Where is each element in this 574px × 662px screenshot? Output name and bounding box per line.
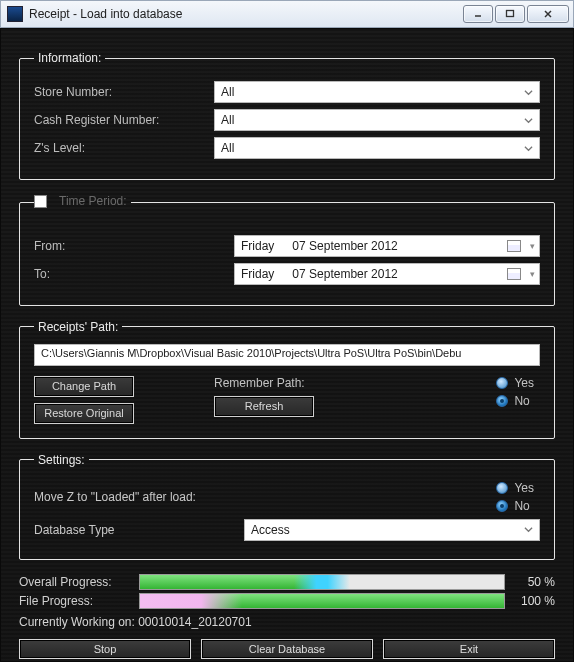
clear-database-button[interactable]: Clear Database xyxy=(201,639,373,659)
radio-icon xyxy=(496,500,508,512)
footer-buttons: Stop Clear Database Exit xyxy=(19,639,555,659)
radio-icon xyxy=(496,395,508,407)
radio-icon xyxy=(496,482,508,494)
from-label: From: xyxy=(34,239,234,253)
file-progress-percent: 100 % xyxy=(513,594,555,608)
move-z-label: Move Z to "Loaded" after load: xyxy=(34,490,244,504)
remember-path-yes[interactable]: Yes xyxy=(496,376,534,390)
exit-button[interactable]: Exit xyxy=(383,639,555,659)
to-day: Friday xyxy=(241,267,274,281)
z-level-combo[interactable]: All xyxy=(214,137,540,159)
file-progress-bar xyxy=(139,593,505,609)
change-path-button[interactable]: Change Path xyxy=(34,376,134,397)
titlebar[interactable]: Receipt - Load into database xyxy=(0,0,574,28)
chevron-down-icon xyxy=(521,113,535,127)
cash-register-label: Cash Register Number: xyxy=(34,113,214,127)
yes-label: Yes xyxy=(514,376,534,390)
chevron-down-icon xyxy=(521,85,535,99)
currently-working-on: Currently Working on: 00010014_20120701 xyxy=(19,615,555,629)
to-label: To: xyxy=(34,267,234,281)
maximize-button[interactable] xyxy=(495,5,525,23)
from-date: 07 September 2012 xyxy=(292,239,397,253)
refresh-button[interactable]: Refresh xyxy=(214,396,314,417)
no-label: No xyxy=(514,499,529,513)
close-button[interactable] xyxy=(527,5,569,23)
client-area: Information: Store Number: All Cash Regi… xyxy=(0,28,574,662)
z-level-value: All xyxy=(221,141,234,155)
store-number-label: Store Number: xyxy=(34,85,214,99)
time-period-legend: Time Period: xyxy=(55,194,131,208)
stop-button[interactable]: Stop xyxy=(19,639,191,659)
receipts-path-legend: Receipts' Path: xyxy=(34,320,122,334)
overall-progress-label: Overall Progress: xyxy=(19,575,131,589)
move-z-yes[interactable]: Yes xyxy=(496,481,534,495)
overall-progress-percent: 50 % xyxy=(513,575,555,589)
file-progress-label: File Progress: xyxy=(19,594,131,608)
database-type-label: Database Type xyxy=(34,523,244,537)
from-day: Friday xyxy=(241,239,274,253)
remember-path-no[interactable]: No xyxy=(496,394,534,408)
minimize-button[interactable] xyxy=(463,5,493,23)
overall-progress-bar xyxy=(139,574,505,590)
window-title: Receipt - Load into database xyxy=(29,7,457,21)
cash-register-combo[interactable]: All xyxy=(214,109,540,131)
restore-original-button[interactable]: Restore Original xyxy=(34,403,134,424)
chevron-down-icon xyxy=(521,523,535,537)
chevron-down-icon: ▾ xyxy=(530,241,535,251)
database-type-value: Access xyxy=(251,523,290,537)
store-number-combo[interactable]: All xyxy=(214,81,540,103)
remember-path-label: Remember Path: xyxy=(214,376,314,390)
z-level-label: Z's Level: xyxy=(34,141,214,155)
time-period-checkbox[interactable] xyxy=(34,195,47,208)
app-icon xyxy=(7,6,23,22)
information-group: Information: Store Number: All Cash Regi… xyxy=(19,51,555,180)
move-z-no[interactable]: No xyxy=(496,499,534,513)
chevron-down-icon xyxy=(521,141,535,155)
progress-section: Overall Progress: 50 % File Progress: 10… xyxy=(19,574,555,629)
store-number-value: All xyxy=(221,85,234,99)
receipts-path-group: Receipts' Path: C:\Users\Giannis M\Dropb… xyxy=(19,320,555,439)
path-textbox[interactable]: C:\Users\Giannis M\Dropbox\Visual Basic … xyxy=(34,344,540,366)
radio-icon xyxy=(496,377,508,389)
calendar-icon xyxy=(507,240,521,252)
from-date-picker[interactable]: Friday 07 September 2012 ▾ xyxy=(234,235,540,257)
to-date-picker[interactable]: Friday 07 September 2012 ▾ xyxy=(234,263,540,285)
settings-legend: Settings: xyxy=(34,453,89,467)
svg-rect-1 xyxy=(507,11,514,17)
settings-group: Settings: Move Z to "Loaded" after load:… xyxy=(19,453,555,560)
no-label: No xyxy=(514,394,529,408)
to-date: 07 September 2012 xyxy=(292,267,397,281)
time-period-group: Time Period: From: Friday 07 September 2… xyxy=(19,194,555,306)
database-type-combo[interactable]: Access xyxy=(244,519,540,541)
yes-label: Yes xyxy=(514,481,534,495)
chevron-down-icon: ▾ xyxy=(530,269,535,279)
cash-register-value: All xyxy=(221,113,234,127)
information-legend: Information: xyxy=(34,51,105,65)
calendar-icon xyxy=(507,268,521,280)
